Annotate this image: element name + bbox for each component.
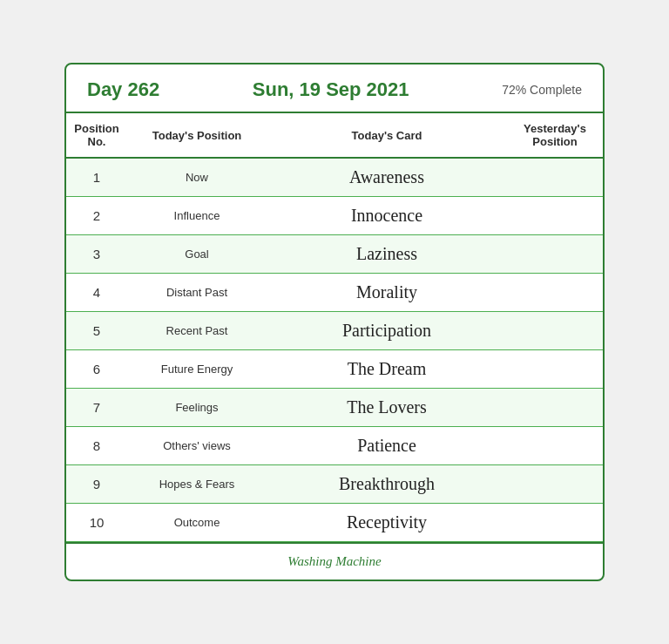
cell-today-pos: Future Energy	[127, 350, 267, 389]
cell-yest-pos	[507, 235, 603, 274]
cell-yest-pos	[507, 274, 603, 312]
cell-yest-pos	[507, 158, 603, 197]
cell-pos-no: 10	[66, 504, 127, 542]
header: Day 262 Sun, 19 Sep 2021 72% Complete	[66, 64, 603, 113]
footer: Washing Machine	[66, 542, 603, 580]
cell-pos-no: 5	[66, 312, 127, 350]
cell-today-card: Innocence	[267, 197, 507, 235]
header-day: Day 262	[87, 78, 159, 101]
table-row: 8Others' viewsPatience	[66, 427, 603, 465]
cell-pos-no: 3	[66, 235, 127, 274]
data-table: PositionNo. Today's Position Today's Car…	[66, 113, 603, 542]
cell-today-card: The Dream	[267, 350, 507, 389]
cell-pos-no: 4	[66, 274, 127, 312]
cell-today-pos: Others' views	[127, 427, 267, 465]
cell-today-card: The Lovers	[267, 389, 507, 427]
cell-today-pos: Hopes & Fears	[127, 465, 267, 504]
cell-pos-no: 9	[66, 465, 127, 504]
cell-pos-no: 2	[66, 197, 127, 235]
cell-pos-no: 1	[66, 158, 127, 197]
header-date: Sun, 19 Sep 2021	[253, 78, 409, 101]
cell-pos-no: 8	[66, 427, 127, 465]
table-row: 4Distant PastMorality	[66, 274, 603, 312]
cell-today-card: Patience	[267, 427, 507, 465]
table-row: 2InfluenceInnocence	[66, 197, 603, 235]
cell-today-pos: Feelings	[127, 389, 267, 427]
table-row: 5Recent PastParticipation	[66, 312, 603, 350]
cell-today-card: Breakthrough	[267, 465, 507, 504]
cell-today-pos: Influence	[127, 197, 267, 235]
table-header-row: PositionNo. Today's Position Today's Car…	[66, 113, 603, 158]
cell-today-card: Awareness	[267, 158, 507, 197]
cell-today-pos: Distant Past	[127, 274, 267, 312]
table-row: 1NowAwareness	[66, 158, 603, 197]
cell-yest-pos	[507, 197, 603, 235]
col-header-today-card: Today's Card	[267, 113, 507, 158]
cell-today-card: Participation	[267, 312, 507, 350]
cell-today-card: Laziness	[267, 235, 507, 274]
cell-today-pos: Outcome	[127, 504, 267, 542]
table-row: 10OutcomeReceptivity	[66, 504, 603, 542]
cell-yest-pos	[507, 427, 603, 465]
table-row: 3GoalLaziness	[66, 235, 603, 274]
table-row: 9Hopes & FearsBreakthrough	[66, 465, 603, 504]
footer-text: Washing Machine	[287, 554, 381, 568]
header-complete: 72% Complete	[502, 83, 582, 97]
cell-yest-pos	[507, 504, 603, 542]
cell-today-pos: Goal	[127, 235, 267, 274]
cell-yest-pos	[507, 465, 603, 504]
cell-today-pos: Now	[127, 158, 267, 197]
cell-today-pos: Recent Past	[127, 312, 267, 350]
cell-pos-no: 7	[66, 389, 127, 427]
table-row: 6Future EnergyThe Dream	[66, 350, 603, 389]
cell-pos-no: 6	[66, 350, 127, 389]
col-header-yest-pos: Yesterday'sPosition	[507, 113, 603, 158]
main-card: Day 262 Sun, 19 Sep 2021 72% Complete Po…	[64, 63, 605, 581]
cell-yest-pos	[507, 350, 603, 389]
cell-yest-pos	[507, 312, 603, 350]
cell-yest-pos	[507, 389, 603, 427]
cell-today-card: Morality	[267, 274, 507, 312]
table-row: 7FeelingsThe Lovers	[66, 389, 603, 427]
cell-today-card: Receptivity	[267, 504, 507, 542]
col-header-today-pos: Today's Position	[127, 113, 267, 158]
col-header-pos-no: PositionNo.	[66, 113, 127, 158]
